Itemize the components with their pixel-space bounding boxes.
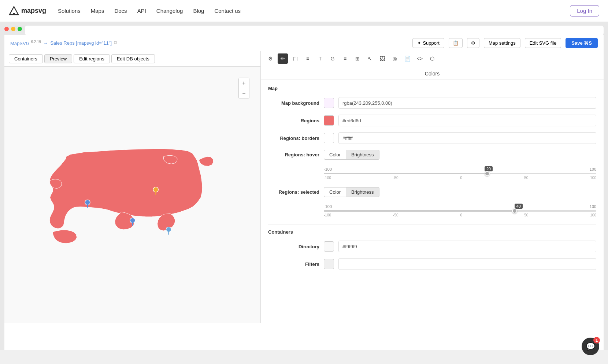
map-background-swatch[interactable] [324, 98, 334, 108]
nav-api[interactable]: API [137, 8, 146, 14]
regions-hover-brightness-btn[interactable]: Brightness [346, 150, 379, 160]
edit-svg-button[interactable]: Edit SVG file [525, 38, 561, 48]
map-zoom-controls: + − [238, 78, 249, 99]
directory-input[interactable] [338, 241, 596, 252]
map-background-label: Map background [268, 100, 319, 106]
preview-tab[interactable]: Preview [44, 54, 72, 63]
regions-selected-color-btn[interactable]: Color [324, 187, 346, 197]
tool-cursor[interactable]: ↖ [365, 53, 375, 64]
login-button[interactable]: Log In [570, 5, 599, 16]
colors-form: Map Map background Regions [261, 80, 604, 282]
copy-icon[interactable]: ⧉ [114, 40, 117, 46]
tool-list[interactable]: ≡ [303, 53, 313, 64]
filters-input[interactable] [338, 258, 596, 270]
tool-select[interactable]: ⬚ [290, 53, 300, 64]
settings-icon-button[interactable]: ⚙ [467, 38, 479, 48]
regions-borders-label: Regions: borders [268, 135, 319, 141]
regions-selected-track [324, 210, 596, 212]
map-section-title: Map [268, 86, 596, 91]
nav-changelog[interactable]: Changelog [156, 8, 183, 14]
regions-selected-value-bubble: 40 [515, 204, 523, 209]
regions-borders-input[interactable] [338, 132, 596, 144]
nav-links: Solutions Maps Docs API Changelog Blog C… [58, 8, 241, 14]
browser-chrome: MapSVG 6.2.19 → Sales Reps [mapsvg id="1… [0, 22, 608, 350]
directory-swatch[interactable] [324, 241, 334, 252]
minimize-dot[interactable] [11, 27, 15, 31]
regions-selected-brightness-btn[interactable]: Brightness [346, 187, 379, 197]
close-dot[interactable] [4, 27, 9, 31]
tool-text[interactable]: T [315, 53, 325, 64]
filters-label: Filters [268, 261, 319, 267]
regions-selected-thumb[interactable] [512, 208, 517, 213]
regions-hover-slider-labels: -100 20 100 [324, 167, 596, 171]
tool-geo[interactable]: G [327, 53, 338, 64]
zoom-out-button[interactable]: − [239, 88, 249, 99]
view-icon-button[interactable]: 📋 [449, 38, 463, 48]
nav-solutions[interactable]: Solutions [58, 8, 81, 14]
tool-grid[interactable]: ⊞ [352, 53, 363, 64]
containers-tab[interactable]: Containers [9, 54, 43, 63]
app-window: MapSVG 6.2.19 → Sales Reps [mapsvg id="1… [4, 35, 604, 350]
regions-swatch[interactable] [324, 115, 334, 126]
browser-dots [4, 27, 22, 31]
nav-blog[interactable]: Blog [193, 8, 204, 14]
regions-label: Regions [268, 118, 319, 123]
tool-settings[interactable]: ⚙ [265, 53, 275, 64]
nav-contact[interactable]: Contact us [214, 8, 241, 14]
regions-hover-row: Regions: hover Color Brightness [268, 150, 596, 160]
breadcrumb-arrow: → [43, 40, 48, 46]
tool-align[interactable]: ≡ [340, 53, 350, 64]
tool-pencil[interactable]: ✏ [278, 53, 288, 64]
directory-label: Directory [268, 244, 319, 249]
chat-bubble[interactable]: 💬 1 [582, 338, 599, 350]
map-panel: Containers Preview Edit regions Edit DB … [4, 51, 261, 323]
logo-icon [9, 6, 19, 16]
regions-hover-value-bubble: 20 [485, 166, 493, 171]
regions-selected-slider-labels: -100 40 100 [324, 204, 596, 209]
svg-point-1 [13, 13, 15, 15]
tool-image[interactable]: 🖼 [377, 53, 388, 64]
regions-hover-slider-area: -100 20 100 -100 -50 0 50 [268, 166, 596, 183]
usa-map[interactable] [26, 128, 239, 261]
tool-shape[interactable]: ⬡ [427, 53, 437, 64]
app-header: MapSVG 6.2.19 → Sales Reps [mapsvg id="1… [4, 35, 604, 51]
regions-hover-thumb[interactable] [485, 171, 490, 176]
breadcrumb-page: Sales Reps [mapsvg id="11"] [50, 40, 112, 46]
filters-swatch[interactable] [324, 259, 334, 269]
regions-selected-toggle: Color Brightness [324, 187, 379, 197]
main-content: Containers Preview Edit regions Edit DB … [4, 51, 604, 323]
regions-hover-toggle: Color Brightness [324, 150, 379, 160]
address-bar[interactable] [25, 26, 604, 35]
regions-selected-row: Regions: selected Color Brightness [268, 187, 596, 197]
regions-hover-label: Regions: hover [268, 152, 319, 157]
support-icon: ✦ [417, 40, 421, 46]
map-area: + − [4, 67, 260, 323]
regions-row: Regions [268, 115, 596, 126]
maximize-dot[interactable] [18, 27, 22, 31]
map-background-input[interactable] [338, 97, 596, 109]
directory-row: Directory [268, 241, 596, 252]
filters-row: Filters [268, 258, 596, 270]
logo[interactable]: mapsvg [9, 6, 46, 16]
panel-toolbar: ⚙ ✏ ⬚ ≡ T G ≡ ⊞ ↖ 🖼 ◎ 📄 <> ⬡ [261, 51, 604, 66]
map-settings-button[interactable]: Map settings [484, 38, 520, 48]
regions-hover-color-btn[interactable]: Color [324, 150, 346, 160]
chat-badge: 1 [593, 337, 600, 343]
map-toolbar: Containers Preview Edit regions Edit DB … [4, 51, 260, 67]
regions-input[interactable] [338, 115, 596, 126]
edit-db-tab[interactable]: Edit DB objects [111, 54, 155, 63]
top-navigation: mapsvg Solutions Maps Docs API Changelog… [0, 0, 608, 22]
regions-selected-label: Regions: selected [268, 189, 319, 195]
map-background-row: Map background [268, 97, 596, 109]
zoom-in-button[interactable]: + [239, 78, 249, 88]
tool-circle[interactable]: ◎ [390, 53, 400, 64]
regions-selected-slider-area: -100 40 100 -100 -50 0 50 [268, 203, 596, 220]
tool-code[interactable]: <> [415, 53, 425, 64]
nav-docs[interactable]: Docs [114, 8, 127, 14]
regions-borders-swatch[interactable] [324, 133, 334, 143]
tool-doc[interactable]: 📄 [402, 53, 412, 64]
support-button[interactable]: ✦ Support [412, 38, 444, 48]
nav-maps[interactable]: Maps [91, 8, 104, 14]
edit-regions-tab[interactable]: Edit regions [74, 54, 110, 63]
save-button[interactable]: Save ⌘S [566, 38, 598, 48]
